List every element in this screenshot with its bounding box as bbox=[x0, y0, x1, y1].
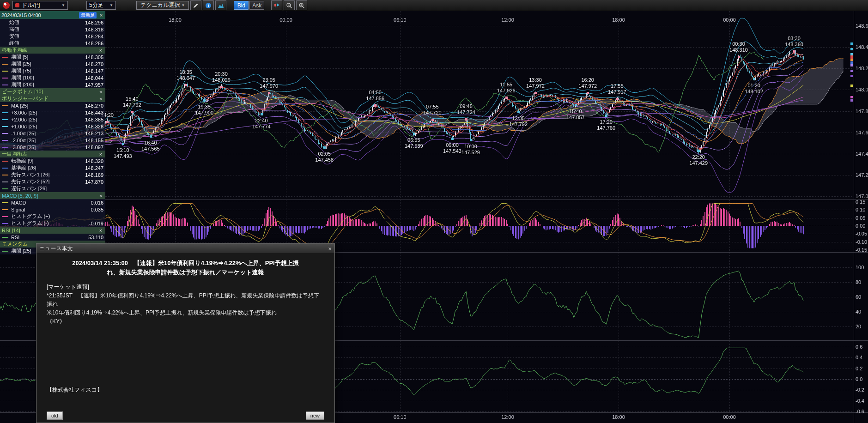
sidebar-section-header: 一目均衡表× bbox=[0, 151, 105, 157]
series-color-swatch bbox=[2, 168, 8, 169]
indicator-row: 期間 [25]148.270 bbox=[0, 60, 105, 67]
ohlc-value: 148.296 bbox=[85, 20, 103, 25]
indicator-row: ヒストグラム (+) bbox=[0, 213, 105, 220]
series-color-swatch bbox=[2, 237, 8, 238]
pair-flag-icon bbox=[15, 3, 19, 7]
indicator-label: RSI bbox=[11, 235, 88, 240]
indicator-row: -1.00σ [25]148.213 bbox=[0, 130, 105, 137]
indicator-label: +2.00σ [25] bbox=[11, 117, 85, 122]
indicator-value: 148.169 bbox=[85, 172, 103, 178]
indicator-value: 0.035 bbox=[91, 207, 103, 212]
section-title: RSI [14] bbox=[2, 228, 98, 233]
newer-news-button[interactable]: new bbox=[306, 411, 324, 420]
indicator-value: 148.385 bbox=[85, 117, 103, 122]
ohlc-row-high: 高値 148.318 bbox=[0, 26, 105, 33]
latest-candle-badge: 最新足 bbox=[79, 12, 97, 18]
currency-pair-label: ドル/円 bbox=[22, 1, 58, 9]
indicator-row: 基準線 [26]148.247 bbox=[0, 164, 105, 171]
info-button[interactable] bbox=[203, 0, 214, 10]
series-color-swatch bbox=[2, 140, 8, 141]
indicator-row: 期間 [100]148.044 bbox=[0, 74, 105, 81]
indicator-row: RSI53.110 bbox=[0, 234, 105, 241]
older-news-button[interactable]: old bbox=[47, 411, 63, 420]
close-icon[interactable]: × bbox=[98, 12, 104, 18]
ask-toggle-button[interactable]: Ask bbox=[249, 1, 264, 10]
candle-datetime: 2024/03/15 04:00 bbox=[1, 12, 79, 18]
indicator-row: MACD0.016 bbox=[0, 199, 105, 206]
current-candle-header: 2024/03/15 04:00 最新足 × bbox=[0, 11, 105, 19]
info-icon bbox=[205, 2, 212, 9]
ohlc-value: 148.286 bbox=[85, 41, 103, 46]
area-chart-button[interactable] bbox=[215, 0, 226, 10]
series-color-swatch bbox=[2, 147, 8, 148]
indicator-label: 先行スパン2 [52] bbox=[11, 178, 85, 185]
pencil-icon bbox=[193, 2, 199, 9]
indicator-label: ヒストグラム (+) bbox=[11, 213, 103, 220]
indicator-value: 147.870 bbox=[85, 179, 103, 185]
close-icon[interactable]: × bbox=[328, 245, 332, 252]
indicator-label: MACD bbox=[11, 200, 91, 205]
series-color-swatch bbox=[2, 112, 8, 113]
sidebar-section-header: MACD [5, 20, 9]× bbox=[0, 192, 105, 199]
indicator-value: 148.213 bbox=[85, 131, 103, 136]
series-color-swatch bbox=[2, 223, 8, 224]
technical-select-button[interactable]: テクニカル選択 ▼ bbox=[136, 1, 189, 10]
section-close-icon[interactable]: × bbox=[98, 89, 103, 95]
indicator-row: 転換線 [9]148.320 bbox=[0, 157, 105, 164]
series-color-swatch bbox=[2, 105, 8, 106]
section-close-icon[interactable]: × bbox=[98, 193, 103, 199]
series-color-swatch bbox=[2, 57, 8, 58]
ohlc-label: 高値 bbox=[9, 26, 85, 33]
draw-pencil-button[interactable] bbox=[190, 0, 201, 10]
chevron-down-icon: ▼ bbox=[61, 3, 65, 7]
indicator-label: 先行スパン1 [26] bbox=[11, 171, 85, 178]
indicator-row: 先行スパン1 [26]148.169 bbox=[0, 171, 105, 178]
ohlc-row-open: 始値 148.296 bbox=[0, 19, 105, 26]
section-close-icon[interactable]: × bbox=[98, 96, 103, 102]
series-color-swatch bbox=[2, 119, 8, 120]
series-color-swatch bbox=[2, 78, 8, 79]
indicator-row: 期間 [200]147.957 bbox=[0, 81, 105, 88]
indicator-label: MA [25] bbox=[11, 103, 85, 109]
news-dialog-titlebar[interactable]: ニュース本文 × bbox=[36, 244, 334, 253]
indicator-value: 147.957 bbox=[85, 82, 103, 88]
chevron-down-icon: ▼ bbox=[109, 3, 113, 7]
indicator-label: ヒストグラム (-) bbox=[11, 220, 89, 227]
ohlc-value: 148.318 bbox=[85, 27, 103, 32]
indicator-label: -3.00σ [25] bbox=[11, 145, 85, 150]
indicator-label: Signal bbox=[11, 207, 91, 212]
indicator-sidebar: 2024/03/15 04:00 最新足 × 始値 148.296 高値 148… bbox=[0, 11, 105, 254]
section-close-icon[interactable]: × bbox=[98, 151, 103, 157]
indicator-value: 53.110 bbox=[88, 235, 103, 240]
section-title: ボリンジャーバンド bbox=[2, 95, 98, 102]
indicator-label: 遅行スパン [26] bbox=[11, 185, 103, 192]
series-color-swatch bbox=[2, 216, 8, 217]
section-title: 移動平均線 bbox=[2, 47, 98, 54]
indicator-value: 148.270 bbox=[85, 61, 103, 67]
bid-toggle-button[interactable]: Bid bbox=[234, 1, 249, 10]
indicator-row: +3.00σ [25]148.443 bbox=[0, 109, 105, 116]
indicator-value: 148.247 bbox=[85, 165, 103, 171]
candle-chart-button[interactable] bbox=[271, 0, 282, 10]
sidebar-section-header: ボリンジャーバンド× bbox=[0, 95, 105, 102]
section-close-icon[interactable]: × bbox=[98, 48, 103, 53]
zoom-out-button[interactable] bbox=[284, 0, 295, 10]
ohlc-label: 安値 bbox=[9, 33, 85, 40]
indicator-value: 148.155 bbox=[85, 138, 103, 143]
ohlc-row-close: 終値 148.286 bbox=[0, 40, 105, 47]
series-color-swatch bbox=[2, 209, 8, 210]
timeframe-select[interactable]: 5分足 ▼ bbox=[86, 1, 116, 10]
indicator-row: MA [25]148.270 bbox=[0, 102, 105, 109]
currency-pair-select[interactable]: ドル/円 ▼ bbox=[12, 1, 68, 10]
zoom-out-icon bbox=[286, 2, 292, 9]
section-close-icon[interactable]: × bbox=[98, 228, 103, 233]
series-color-swatch bbox=[2, 181, 8, 182]
app-logo-icon[interactable] bbox=[3, 2, 10, 9]
indicator-label: -2.00σ [25] bbox=[11, 138, 85, 143]
toolbar: ドル/円 ▼ 5分足 ▼ テクニカル選択 ▼ Bid Ask bbox=[0, 0, 868, 11]
indicator-value: 148.305 bbox=[85, 54, 103, 60]
indicator-label: 転換線 [9] bbox=[11, 157, 85, 164]
zoom-in-button[interactable] bbox=[296, 0, 307, 10]
news-dialog-title: ニュース本文 bbox=[39, 245, 73, 253]
ohlc-label: 終値 bbox=[9, 40, 85, 47]
